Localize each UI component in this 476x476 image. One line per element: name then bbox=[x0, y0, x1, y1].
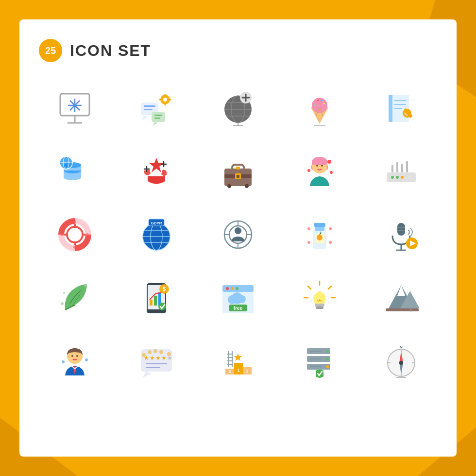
mountain-icon bbox=[374, 271, 428, 324]
svg-point-85 bbox=[68, 228, 82, 241]
svg-marker-9 bbox=[142, 115, 148, 120]
svg-point-70 bbox=[316, 165, 318, 167]
compass-icon: N bbox=[374, 334, 428, 388]
svg-point-207 bbox=[399, 361, 403, 365]
svg-point-71 bbox=[321, 165, 323, 167]
svg-point-33 bbox=[312, 98, 327, 113]
svg-rect-79 bbox=[391, 165, 393, 172]
ice-cream-icon bbox=[293, 82, 346, 135]
travel-bag-icon bbox=[211, 145, 265, 198]
svg-rect-11 bbox=[144, 109, 153, 110]
svg-rect-108 bbox=[314, 223, 325, 227]
svg-rect-80 bbox=[396, 162, 398, 172]
svg-marker-19 bbox=[153, 122, 158, 126]
svg-point-72 bbox=[327, 160, 331, 164]
user-target-icon bbox=[211, 208, 265, 261]
svg-point-112 bbox=[329, 227, 332, 230]
achievement-icon: ★ 2 1 3 bbox=[211, 334, 265, 388]
gdpr-icon: GDPR GDPR bbox=[130, 208, 183, 261]
svg-rect-14 bbox=[165, 94, 166, 96]
svg-rect-20 bbox=[154, 115, 162, 116]
lifebuoy-icon bbox=[48, 208, 102, 261]
svg-rect-151 bbox=[316, 306, 323, 309]
svg-point-124 bbox=[63, 292, 65, 294]
icons-grid: GDPR GDPR bbox=[39, 82, 437, 388]
svg-point-159 bbox=[76, 355, 78, 357]
svg-line-148 bbox=[328, 286, 331, 289]
svg-line-146 bbox=[308, 286, 311, 289]
globe-plus-icon bbox=[211, 82, 265, 135]
svg-point-162 bbox=[85, 358, 88, 361]
svg-point-138 bbox=[236, 287, 238, 290]
svg-point-158 bbox=[71, 355, 73, 357]
header-title: ICON SET bbox=[70, 42, 151, 60]
leaf-icon bbox=[48, 271, 102, 324]
svg-point-74 bbox=[330, 171, 333, 174]
svg-rect-21 bbox=[154, 118, 160, 119]
svg-rect-115 bbox=[397, 223, 405, 236]
svg-rect-129 bbox=[154, 296, 157, 306]
svg-point-136 bbox=[226, 287, 229, 290]
svg-point-13 bbox=[163, 98, 167, 102]
podcast-icon bbox=[374, 208, 428, 261]
svg-point-133 bbox=[158, 303, 166, 310]
header: 25 ICON SET bbox=[39, 39, 437, 62]
svg-rect-16 bbox=[159, 99, 162, 101]
svg-rect-66 bbox=[236, 167, 240, 170]
svg-point-113 bbox=[307, 241, 310, 244]
svg-point-198 bbox=[326, 365, 329, 368]
svg-point-122 bbox=[61, 302, 64, 305]
svg-point-137 bbox=[231, 287, 234, 290]
svg-point-77 bbox=[396, 176, 399, 179]
svg-point-192 bbox=[326, 350, 329, 353]
svg-point-67 bbox=[227, 184, 231, 188]
man-avatar-icon bbox=[48, 334, 102, 388]
svg-point-195 bbox=[326, 357, 329, 360]
main-card: 25 ICON SET bbox=[19, 19, 457, 457]
svg-text:GDPR: GDPR bbox=[151, 221, 162, 225]
svg-point-173 bbox=[153, 349, 157, 353]
svg-text:2: 2 bbox=[228, 369, 231, 374]
server-security-icon bbox=[293, 334, 346, 388]
mobile-chart-icon: $ bbox=[130, 271, 183, 324]
svg-text:★: ★ bbox=[161, 355, 167, 361]
global-database-icon bbox=[48, 145, 102, 198]
svg-point-142 bbox=[238, 295, 246, 303]
svg-point-174 bbox=[159, 350, 163, 354]
free-hosting-icon: free bbox=[211, 271, 265, 324]
chat-settings-icon bbox=[130, 82, 183, 135]
presentation-board-icon bbox=[48, 82, 102, 135]
svg-point-123 bbox=[84, 284, 87, 287]
svg-point-87 bbox=[86, 233, 89, 236]
svg-point-86 bbox=[61, 233, 64, 236]
svg-text:★: ★ bbox=[150, 355, 155, 361]
svg-point-114 bbox=[329, 241, 332, 244]
svg-rect-42 bbox=[389, 95, 392, 122]
svg-point-110 bbox=[317, 235, 323, 240]
manual-settings-icon bbox=[374, 82, 428, 135]
canada-map-icon bbox=[130, 145, 183, 198]
svg-rect-128 bbox=[150, 300, 153, 306]
svg-rect-81 bbox=[401, 164, 403, 172]
svg-point-175 bbox=[167, 352, 171, 356]
supplement-bottle-icon bbox=[293, 208, 346, 261]
svg-rect-17 bbox=[169, 99, 171, 101]
router-icon bbox=[374, 145, 428, 198]
svg-point-78 bbox=[401, 176, 404, 179]
svg-point-88 bbox=[73, 221, 76, 223]
svg-point-172 bbox=[148, 350, 152, 354]
svg-point-89 bbox=[73, 246, 76, 249]
svg-point-73 bbox=[307, 169, 310, 172]
svg-point-68 bbox=[245, 184, 249, 188]
svg-point-171 bbox=[142, 353, 146, 357]
svg-rect-18 bbox=[152, 112, 165, 122]
svg-rect-155 bbox=[386, 308, 419, 311]
svg-text:3: 3 bbox=[246, 369, 248, 374]
svg-text:1: 1 bbox=[237, 368, 239, 373]
svg-point-101 bbox=[235, 227, 241, 234]
svg-text:★: ★ bbox=[233, 351, 243, 363]
svg-marker-165 bbox=[143, 372, 152, 377]
svg-text:★: ★ bbox=[155, 355, 161, 361]
svg-rect-65 bbox=[237, 175, 239, 178]
idea-icon bbox=[293, 271, 346, 324]
